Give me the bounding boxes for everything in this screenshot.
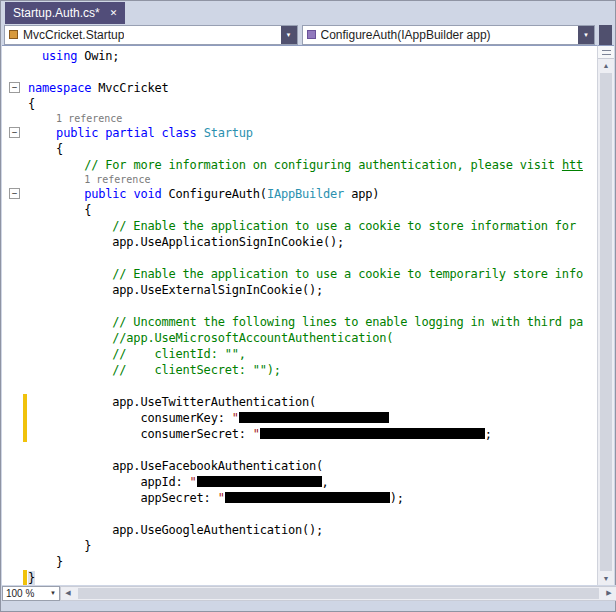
code-line[interactable]: } [2, 538, 599, 554]
tab-title: Startup.Auth.cs* [13, 6, 100, 20]
editor-gutter [2, 157, 28, 173]
code-line[interactable]: // Enable the application to use a cooki… [2, 266, 599, 282]
editor-gutter [2, 282, 28, 298]
code-line[interactable]: −namespace MvcCricket [2, 80, 599, 96]
code-line[interactable]: − public partial class Startup [2, 125, 599, 141]
navbar-edge-button[interactable] [599, 25, 612, 45]
code-text: // clientId: "", [28, 346, 246, 362]
code-text: // Enable the application to use a cooki… [28, 218, 576, 234]
code-line[interactable] [2, 250, 599, 266]
code-token: public [84, 187, 126, 201]
editor-gutter [2, 64, 28, 80]
editor-gutter [2, 112, 28, 125]
redacted-secret-bar [225, 492, 390, 503]
scroll-up-icon[interactable]: ▲ [598, 59, 614, 72]
code-line[interactable]: } [2, 570, 599, 585]
scroll-right-icon[interactable]: ▶ [602, 587, 616, 600]
code-text: public void ConfigureAuth(IAppBuilder ap… [28, 186, 379, 202]
code-line[interactable] [2, 64, 599, 80]
code-line[interactable]: // clientId: "", [2, 346, 599, 362]
code-line[interactable]: using Owin; [2, 48, 599, 64]
editor-gutter [2, 426, 28, 442]
editor-gutter [2, 378, 28, 394]
code-text: app.UseFacebookAuthentication( [28, 458, 323, 474]
code-line[interactable] [2, 378, 599, 394]
chevron-down-icon[interactable]: ▼ [281, 26, 297, 44]
code-text: app.UseApplicationSignInCookie(); [28, 234, 344, 250]
code-editor[interactable]: using Owin;−namespace MvcCricket{ 1 refe… [2, 45, 599, 585]
code-token: ); [390, 491, 404, 505]
code-line[interactable]: { [2, 96, 599, 112]
code-line[interactable] [2, 442, 599, 458]
code-text: 1 reference [28, 173, 150, 186]
code-text: // Uncomment the following lines to enab… [28, 314, 583, 330]
code-line[interactable]: − public void ConfigureAuth(IAppBuilder … [2, 186, 599, 202]
code-text: { [28, 202, 91, 218]
member-dropdown[interactable]: ConfigureAuth(IAppBuilder app) ▼ [302, 25, 596, 45]
collapse-region-icon[interactable]: − [9, 188, 20, 199]
code-token: app.UseFacebookAuthentication( [28, 459, 323, 473]
code-text: consumerSecret: "; [28, 426, 492, 442]
code-line[interactable]: consumerSecret: "; [2, 426, 599, 442]
scroll-down-icon[interactable]: ▼ [598, 572, 614, 585]
code-token [28, 315, 112, 329]
code-line[interactable]: app.UseGoogleAuthentication(); [2, 522, 599, 538]
code-token [28, 267, 112, 281]
vertical-scroll-thumb[interactable] [600, 73, 612, 571]
code-line[interactable]: // For more information on configuring a… [2, 157, 599, 173]
code-line[interactable]: // Uncomment the following lines to enab… [2, 314, 599, 330]
editor-gutter [2, 474, 28, 490]
horizontal-scrollbar[interactable]: ◀ ▶ [60, 586, 616, 601]
horizontal-scroll-track[interactable] [76, 588, 601, 599]
vs-editor-window: Startup.Auth.cs* ✕ MvcCricket.Startup ▼ … [0, 0, 616, 612]
code-text: // For more information on configuring a… [28, 157, 583, 173]
code-line[interactable]: 1 reference [2, 112, 599, 125]
unsaved-change-indicator [23, 410, 27, 426]
code-line[interactable] [2, 506, 599, 522]
code-line[interactable]: app.UseFacebookAuthentication( [2, 458, 599, 474]
editor-gutter [2, 250, 28, 266]
close-icon[interactable]: ✕ [110, 9, 118, 18]
code-token: // clientId: "", [112, 347, 245, 361]
collapse-region-icon[interactable]: − [9, 127, 20, 138]
code-token: MvcCricket [91, 81, 168, 95]
codelens-references: 1 reference [84, 174, 150, 185]
editor-gutter [2, 522, 28, 538]
code-text: public partial class Startup [28, 125, 253, 141]
code-line[interactable]: appId: ", [2, 474, 599, 490]
editor-gutter [2, 218, 28, 234]
zoom-control[interactable]: 100 % ▼ [2, 586, 60, 601]
code-line[interactable]: // clientSecret: ""); [2, 362, 599, 378]
code-line[interactable]: appSecret: "); [2, 490, 599, 506]
code-token: app.UseTwitterAuthentication( [28, 395, 316, 409]
horizontal-scroll-thumb[interactable] [78, 588, 599, 599]
code-line[interactable]: 1 reference [2, 173, 599, 186]
code-line[interactable]: // Enable the application to use a cooki… [2, 218, 599, 234]
scope-dropdown[interactable]: MvcCricket.Startup ▼ [4, 25, 298, 45]
code-token: // Enable the application to use a cooki… [112, 219, 576, 233]
code-line[interactable]: { [2, 141, 599, 157]
collapse-region-icon[interactable]: − [9, 82, 20, 93]
code-line[interactable]: //app.UseMicrosoftAccountAuthentication( [2, 330, 599, 346]
code-token: consumerSecret: [28, 427, 253, 441]
code-line[interactable]: { [2, 202, 599, 218]
code-line[interactable]: app.UseExternalSignInCookie(); [2, 282, 599, 298]
code-token: partial [105, 126, 154, 140]
code-token: Startup [204, 126, 253, 140]
scrollbar-split-handle-icon[interactable] [598, 46, 614, 59]
code-line[interactable]: app.UseApplicationSignInCookie(); [2, 234, 599, 250]
document-tab[interactable]: Startup.Auth.cs* ✕ [5, 2, 125, 24]
code-token: app.UseGoogleAuthentication(); [28, 523, 323, 537]
vertical-scrollbar[interactable]: ▲ ▼ [597, 45, 614, 585]
chevron-down-icon[interactable]: ▼ [578, 26, 594, 44]
code-token: //app.UseMicrosoftAccountAuthentication( [112, 331, 393, 345]
code-line[interactable]: } [2, 554, 599, 570]
editor-gutter [2, 506, 28, 522]
code-token [154, 126, 161, 140]
vertical-scroll-track[interactable] [600, 73, 612, 571]
chevron-down-icon[interactable]: ▼ [50, 590, 56, 596]
code-line[interactable]: app.UseTwitterAuthentication( [2, 394, 599, 410]
code-line[interactable] [2, 298, 599, 314]
scroll-left-icon[interactable]: ◀ [61, 587, 75, 600]
code-line[interactable]: consumerKey: " [2, 410, 599, 426]
